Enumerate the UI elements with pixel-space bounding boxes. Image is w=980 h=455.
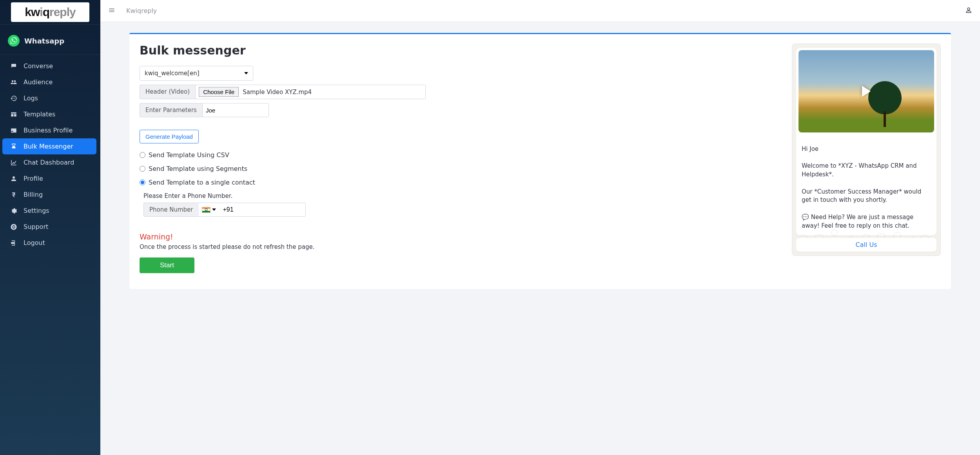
history-icon: [9, 95, 18, 102]
sidebar-nav: Converse Audience Logs Templates Busines…: [0, 55, 100, 251]
sidebar-item-profile[interactable]: Profile: [0, 170, 96, 187]
play-icon: [862, 86, 871, 97]
preview-message-bubble: Hi JoeWelcome to *XYZ - WhatsApp CRM and…: [796, 48, 936, 236]
topbar-brand: Kwiqreply: [126, 7, 157, 15]
send-option-csv-radio[interactable]: [140, 152, 145, 158]
sidebar-item-label: Business Profile: [24, 127, 73, 134]
hourglass-icon: [9, 143, 18, 150]
sidebar-item-audience[interactable]: Audience: [0, 74, 96, 90]
sidebar-item-label: Profile: [24, 175, 43, 182]
parameters-row: Enter Parameters: [140, 103, 269, 117]
chat-icon: [9, 63, 18, 70]
preview-cta-button[interactable]: Call Us: [796, 238, 936, 252]
generate-payload-button[interactable]: Generate Payload: [140, 130, 199, 143]
sidebar-item-chat-dashboard[interactable]: Chat Dashboard: [0, 154, 96, 170]
brand-logo: kwiqreply: [11, 2, 89, 22]
sidebar-item-label: Settings: [24, 207, 49, 214]
start-button[interactable]: Start: [140, 257, 194, 273]
life-ring-icon: [9, 223, 18, 230]
phone-hint: Please Enter a Phone Number.: [143, 192, 780, 199]
sidebar-item-business-profile[interactable]: Business Profile: [0, 122, 96, 138]
send-option-segments-radio[interactable]: [140, 166, 145, 172]
preview-video-thumb[interactable]: [799, 50, 934, 132]
preview-body: Welcome to *XYZ - WhatsApp CRM and Helpd…: [802, 162, 921, 229]
send-option-segments-label: Send Template using Segments: [149, 165, 247, 172]
people-icon: [9, 79, 18, 86]
send-option-csv[interactable]: Send Template Using CSV: [140, 151, 780, 159]
sidebar-section-label: Whatsapp: [24, 37, 64, 45]
sidebar-item-label: Audience: [24, 78, 53, 86]
send-option-single-radio[interactable]: [140, 179, 145, 185]
whatsapp-preview: Hi JoeWelcome to *XYZ - WhatsApp CRM and…: [792, 44, 941, 256]
parameters-label: Enter Parameters: [140, 103, 202, 117]
sidebar-item-label: Converse: [24, 62, 53, 70]
sidebar-section-whatsapp: Whatsapp: [0, 24, 100, 55]
sidebar-item-logs[interactable]: Logs: [0, 90, 96, 106]
sidebar-item-label: Logout: [24, 239, 45, 247]
send-option-csv-label: Send Template Using CSV: [149, 151, 229, 159]
user-icon: [9, 175, 18, 182]
preview-greeting: Hi Joe: [802, 145, 818, 152]
template-selected-value: kwiq_welcome[en]: [145, 70, 200, 77]
chevron-down-icon: [212, 208, 216, 212]
flag-india-icon: [202, 207, 211, 213]
sidebar-item-templates[interactable]: Templates: [0, 106, 96, 122]
sidebar-item-label: Support: [24, 223, 48, 230]
id-card-icon: [9, 127, 18, 134]
rupee-icon: [9, 191, 18, 198]
sidebar-item-label: Billing: [24, 191, 43, 198]
templates-icon: [9, 111, 18, 118]
sidebar-item-converse[interactable]: Converse: [0, 58, 96, 74]
header-video-row: Header (Video) Choose File Sample Video …: [140, 85, 426, 99]
sidebar-item-settings[interactable]: Settings: [0, 203, 96, 219]
warning-title: Warning!: [140, 232, 780, 241]
chosen-file-name: Sample Video XYZ.mp4: [243, 89, 312, 96]
sidebar-item-label: Templates: [24, 111, 55, 118]
send-option-segments[interactable]: Send Template using Segments: [140, 165, 780, 172]
phone-input[interactable]: [219, 203, 306, 217]
header-video-label: Header (Video): [140, 85, 195, 99]
sidebar-item-billing[interactable]: Billing: [0, 187, 96, 203]
sidebar-item-label: Bulk Messenger: [24, 143, 73, 150]
page-title: Bulk messenger: [140, 44, 780, 57]
main-content: Bulk messenger kwiq_welcome[en] Header (…: [100, 22, 980, 455]
phone-label: Phone Number: [143, 203, 199, 217]
bulk-messenger-card: Bulk messenger kwiq_welcome[en] Header (…: [129, 33, 951, 289]
send-option-single-label: Send Template to a single contact: [149, 179, 255, 186]
whatsapp-icon: [8, 35, 20, 47]
sidebar-item-support[interactable]: Support: [0, 219, 96, 235]
topbar: Kwiqreply: [100, 0, 980, 22]
profile-menu-icon[interactable]: [965, 7, 972, 15]
warning-body: Once the process is started please do no…: [140, 243, 780, 250]
menu-toggle-icon[interactable]: [108, 7, 115, 15]
sidebar: kwiqreply Whatsapp Converse Audience Log…: [0, 0, 100, 455]
send-option-group: Send Template Using CSV Send Template us…: [140, 151, 780, 186]
chevron-down-icon: [244, 70, 248, 77]
sidebar-item-label: Chat Dashboard: [24, 159, 74, 166]
send-option-single[interactable]: Send Template to a single contact: [140, 179, 780, 186]
phone-number-block: Please Enter a Phone Number. Phone Numbe…: [143, 192, 780, 217]
logout-icon: [9, 239, 18, 247]
choose-file-button[interactable]: Choose File: [199, 87, 239, 97]
parameters-input[interactable]: [206, 107, 265, 114]
country-code-select[interactable]: [199, 203, 219, 217]
sidebar-item-logout[interactable]: Logout: [0, 235, 96, 251]
chart-icon: [9, 159, 18, 166]
gears-icon: [9, 207, 18, 214]
sidebar-item-bulk-messenger[interactable]: Bulk Messenger: [2, 138, 96, 154]
template-select[interactable]: kwiq_welcome[en]: [140, 66, 253, 81]
sidebar-item-label: Logs: [24, 94, 38, 102]
